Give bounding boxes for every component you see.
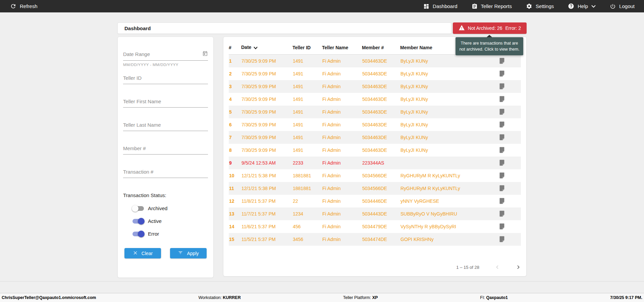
row-member-name: ByLyJI KUNy xyxy=(400,67,496,80)
row-teller-name: Fi Admin xyxy=(322,55,362,67)
note-icon[interactable] xyxy=(499,210,521,217)
table-row[interactable]: 2 7/30/25 9:09 PM 1491 Fi Admin 5034463D… xyxy=(229,67,521,80)
alert-tooltip-text: There are transactions that are not arch… xyxy=(459,41,519,52)
note-icon[interactable] xyxy=(499,96,521,103)
table-row[interactable]: 10 12/1/21 5:38 PM 1881881 Fi Admin 5034… xyxy=(229,169,521,182)
filter-icon xyxy=(178,250,183,256)
note-icon[interactable] xyxy=(499,172,521,179)
note-icon[interactable] xyxy=(499,108,521,115)
row-teller-id: 1491 xyxy=(292,93,322,106)
date-range-placeholder: Date Range xyxy=(123,51,150,57)
table-row[interactable]: 11 12/1/21 5:38 PM 1881881 Fi Admin 5034… xyxy=(229,182,521,195)
toggle-active[interactable]: Active xyxy=(132,218,208,224)
row-member-name: yNNY VyRGHESE xyxy=(400,195,496,207)
note-icon[interactable] xyxy=(499,159,521,166)
error-toggle-switch[interactable] xyxy=(132,232,144,236)
note-icon[interactable] xyxy=(499,57,521,64)
content-divider xyxy=(0,281,644,282)
row-member-name: ByLyJI KUNy xyxy=(400,106,496,118)
transaction-number-input[interactable]: Transaction # xyxy=(123,169,208,178)
nav-item-label: Dashboard xyxy=(433,3,457,9)
transaction-status-label: Transaction Status: xyxy=(123,192,208,198)
active-toggle-switch[interactable] xyxy=(132,219,144,224)
date-range-input[interactable]: Date Range MM/DD/YYYY - MM/DD/YYYY xyxy=(123,51,208,67)
note-icon[interactable] xyxy=(499,223,521,230)
column-header-teller-id[interactable]: Teller ID xyxy=(292,42,322,55)
table-row[interactable]: 3 7/30/25 9:09 PM 1491 Fi Admin 5034463D… xyxy=(229,80,521,93)
table-row[interactable]: 6 7/30/25 9:09 PM 1491 Fi Admin 5034463D… xyxy=(229,118,521,131)
column-header-date[interactable]: Date xyxy=(241,42,292,55)
row-date: 7/30/25 9:09 PM xyxy=(241,144,292,157)
table-row[interactable]: 15 11/5/21 5:37 PM 3456 Fi Admin 5034474… xyxy=(229,233,521,246)
table-row[interactable]: 4 7/30/25 9:09 PM 1491 Fi Admin 5034463D… xyxy=(229,93,521,106)
member-number-input[interactable]: Member # xyxy=(123,145,208,155)
toggle-label: Error xyxy=(148,231,159,237)
row-teller-id: 1491 xyxy=(292,118,322,131)
status-bar: ChrisSuperTeller@Qaxpauto1.onmicrosoft.c… xyxy=(0,293,644,302)
table-row[interactable]: 13 11/7/21 5:37 PM 1234 Fi Admin 5034443… xyxy=(229,207,521,220)
note-icon[interactable] xyxy=(499,70,521,77)
nav-item-help[interactable]: Help xyxy=(568,3,596,9)
table-row[interactable]: 1 7/30/25 9:09 PM 1491 Fi Admin 5034463D… xyxy=(229,55,521,67)
nav-item-teller-reports[interactable]: Teller Reports xyxy=(472,3,512,9)
nav-item-logout[interactable]: Logout xyxy=(610,3,635,9)
clear-button[interactable]: Clear xyxy=(124,248,161,258)
nav-item-settings[interactable]: Settings xyxy=(526,3,554,9)
row-number: 7 xyxy=(229,131,241,144)
note-icon[interactable] xyxy=(499,197,521,204)
gear-icon xyxy=(526,3,532,9)
row-member-num: 5034463DE xyxy=(362,106,400,118)
table-row[interactable]: 5 7/30/25 9:09 PM 1491 Fi Admin 5034463D… xyxy=(229,106,521,118)
apply-button[interactable]: Apply xyxy=(170,248,207,258)
row-member-name: VySyNTHy R yBByDySyRI xyxy=(400,220,496,233)
row-number: 13 xyxy=(229,207,241,220)
refresh-button[interactable]: Refresh xyxy=(10,3,38,9)
note-icon[interactable] xyxy=(499,185,521,192)
toggle-archived[interactable]: Archived xyxy=(132,205,208,211)
row-teller-name: Fi Admin xyxy=(322,144,362,157)
note-icon[interactable] xyxy=(499,134,521,141)
column-header-num[interactable]: # xyxy=(229,42,241,55)
column-header-teller-name[interactable]: Teller Name xyxy=(322,42,362,55)
note-icon[interactable] xyxy=(499,146,521,154)
row-date: 9/5/24 12:53 AM xyxy=(241,157,292,169)
column-header-member-num[interactable]: Member # xyxy=(362,42,400,55)
nav-item-label: Logout xyxy=(619,3,635,9)
row-teller-id: 1491 xyxy=(292,106,322,118)
row-member-num: 5034443DE xyxy=(362,207,400,220)
row-member-num: 5034446DE xyxy=(362,195,400,207)
calendar-icon[interactable] xyxy=(202,51,208,57)
not-archived-alert-badge[interactable]: Not Archived: 26 Error: 2 xyxy=(453,22,527,34)
teller-id-input[interactable]: Teller ID xyxy=(123,75,208,84)
row-number: 15 xyxy=(229,233,241,246)
row-number: 8 xyxy=(229,144,241,157)
top-navbar: Refresh Dashboard Teller Reports Setting… xyxy=(0,0,644,12)
table-row[interactable]: 7 7/30/25 9:09 PM 1491 Fi Admin 5034463D… xyxy=(229,131,521,144)
teller-last-name-input[interactable]: Teller Last Name xyxy=(123,122,208,131)
note-icon[interactable] xyxy=(499,236,521,243)
table-row[interactable]: 14 11/6/21 5:37 PM 456 Fi Admin 5034479D… xyxy=(229,220,521,233)
row-number: 4 xyxy=(229,93,241,106)
note-icon[interactable] xyxy=(499,121,521,128)
teller-platform-info: Teller Platform: XP xyxy=(343,295,378,300)
logged-in-user: ChrisSuperTeller@Qaxpauto1.onmicrosoft.c… xyxy=(2,295,96,300)
toggle-error[interactable]: Error xyxy=(132,231,208,237)
row-member-num: 223344AS xyxy=(362,157,400,169)
next-page-button[interactable] xyxy=(516,264,521,270)
teller-first-name-input[interactable]: Teller First Name xyxy=(123,99,208,108)
row-number: 9 xyxy=(229,157,241,169)
teller-last-name-placeholder: Teller Last Name xyxy=(123,122,161,128)
table-row[interactable]: 12 11/8/21 5:37 PM 22 Fi Admin 5034446DE… xyxy=(229,195,521,207)
archived-toggle-switch[interactable] xyxy=(132,206,144,211)
row-member-num: 5034463DE xyxy=(362,80,400,93)
note-icon[interactable] xyxy=(499,83,521,90)
table-row[interactable]: 9 9/5/24 12:53 AM 2233 Fi Admin 223344AS xyxy=(229,157,521,169)
pagination-range: 1 – 15 of 28 xyxy=(456,265,479,270)
row-member-name: SUBByRyO V NyGyBHIRU xyxy=(400,207,496,220)
nav-item-dashboard[interactable]: Dashboard xyxy=(423,3,457,9)
member-number-placeholder: Member # xyxy=(123,145,146,151)
row-teller-id: 1491 xyxy=(292,144,322,157)
table-row[interactable]: 8 7/30/25 9:09 PM 1491 Fi Admin 5034463D… xyxy=(229,144,521,157)
row-number: 3 xyxy=(229,80,241,93)
row-member-num: 5034463DE xyxy=(362,93,400,106)
